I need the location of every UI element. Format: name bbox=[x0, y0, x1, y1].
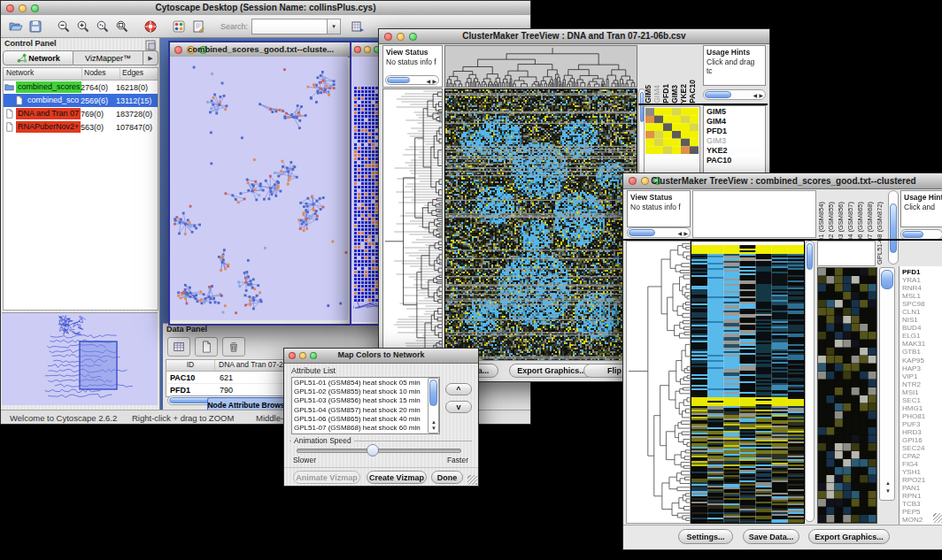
row-dendrogram-canvas[interactable] bbox=[382, 88, 443, 361]
row-dendrogram-canvas[interactable] bbox=[626, 241, 691, 524]
network-tree-row[interactable]: RNAPuberNov2+563(0)107847(0) bbox=[4, 120, 158, 134]
export-graphics-button[interactable]: Export Graphics... bbox=[808, 529, 890, 544]
create-vizmap-button[interactable]: Create Vizmap bbox=[367, 471, 427, 484]
new-attribute-icon[interactable] bbox=[195, 337, 218, 357]
attribute-list-item[interactable]: GPL51-02 (GSM855) heat shock 10 min bbox=[294, 387, 437, 396]
header-edges[interactable]: Edges bbox=[120, 68, 158, 80]
gene-label[interactable]: PHO81 bbox=[902, 412, 942, 420]
attribute-list-vscrollbar[interactable]: ▲▼ bbox=[428, 378, 439, 433]
summary-matrix-canvas[interactable] bbox=[645, 108, 699, 154]
gene-label[interactable]: ELG1 bbox=[902, 332, 942, 340]
labels-vscrollbar[interactable] bbox=[888, 190, 899, 265]
gene-label[interactable]: YSH1 bbox=[902, 468, 942, 476]
gene-label[interactable]: MAK31 bbox=[902, 340, 942, 348]
gene-label[interactable]: HAP3 bbox=[902, 364, 942, 372]
zoom-in-icon[interactable] bbox=[73, 18, 93, 35]
header-nodes[interactable]: Nodes bbox=[82, 68, 120, 80]
header-network[interactable]: Network bbox=[4, 68, 82, 80]
zoom-out-icon[interactable] bbox=[54, 18, 73, 35]
gene-label[interactable]: BUD4 bbox=[902, 324, 942, 332]
main-titlebar[interactable]: Cytoscape Desktop (Session Name: collins… bbox=[1, 1, 530, 16]
row-label[interactable]: PFD1 bbox=[706, 127, 762, 136]
gene-label[interactable]: TCB3 bbox=[902, 500, 942, 508]
gene-label[interactable]: NTR2 bbox=[902, 380, 942, 388]
gene-label[interactable]: KAP95 bbox=[902, 357, 942, 364]
header-id[interactable]: ID bbox=[166, 360, 215, 371]
search-input[interactable] bbox=[251, 19, 328, 35]
gene-label[interactable]: CPA2 bbox=[902, 452, 942, 460]
column-label[interactable]: GIM3 bbox=[670, 85, 679, 104]
close-button[interactable] bbox=[354, 46, 361, 53]
move-down-button[interactable]: v bbox=[445, 401, 472, 413]
heatmap-canvas[interactable] bbox=[691, 241, 805, 524]
resize-grip[interactable] bbox=[933, 513, 942, 523]
column-label[interactable]: YKE2 bbox=[679, 84, 688, 104]
gene-label[interactable]: SPC98 bbox=[902, 300, 942, 308]
network-tree-row[interactable]: combined_sco2569(6)13112(15) bbox=[4, 94, 158, 107]
attribute-table-icon[interactable] bbox=[167, 337, 190, 357]
settings-button[interactable]: Settings... bbox=[678, 529, 733, 544]
open-folder-icon[interactable] bbox=[6, 18, 26, 35]
animation-speed-slider-track[interactable] bbox=[297, 449, 461, 453]
attribute-list-item[interactable]: GPL51-04 (GSM857) heat shock 20 min bbox=[294, 406, 437, 415]
network-tree-row[interactable]: DNA and Tran 07769(0)183728(0) bbox=[4, 107, 158, 120]
heatmap-canvas[interactable] bbox=[444, 88, 637, 361]
column-dendrogram-canvas[interactable] bbox=[444, 45, 637, 88]
gene-label[interactable]: VIP1 bbox=[902, 372, 942, 380]
gene-label[interactable]: NIS1 bbox=[902, 316, 942, 324]
network-tree-row[interactable]: combined_scores2764(0)16218(0) bbox=[4, 81, 158, 94]
gene-label[interactable]: SEC24 bbox=[902, 444, 942, 452]
zoom-selected-icon[interactable] bbox=[93, 18, 112, 35]
column-label[interactable]: GIM5 bbox=[644, 85, 652, 104]
column-label[interactable]: PFD1 bbox=[661, 84, 670, 104]
gene-label[interactable]: CLN1 bbox=[902, 308, 942, 316]
network-view-canvas-1[interactable] bbox=[170, 57, 348, 320]
gene-label[interactable]: SEC1 bbox=[902, 396, 942, 404]
tab-network[interactable]: Network bbox=[3, 50, 73, 65]
column-label[interactable]: PAC10 bbox=[688, 80, 697, 104]
zoom-vscrollbar[interactable]: ▲▼ bbox=[879, 267, 895, 501]
gene-label[interactable]: MSL1 bbox=[902, 292, 942, 300]
done-button[interactable]: Done bbox=[431, 471, 463, 484]
row-label[interactable]: PAC10 bbox=[706, 156, 762, 165]
gene-label[interactable]: RPO21 bbox=[902, 476, 942, 484]
help-ring-icon[interactable] bbox=[141, 18, 160, 35]
row-label[interactable]: GIM5 bbox=[706, 107, 762, 117]
attribute-list-item[interactable]: GPL51-06 (GSM865) heat shock 40 min bbox=[294, 415, 437, 424]
gene-label[interactable]: RPN1 bbox=[902, 492, 942, 500]
save-data-button[interactable]: Save Data... bbox=[743, 529, 799, 544]
gene-label[interactable]: GPI16 bbox=[902, 436, 942, 444]
view-status-hscrollbar[interactable]: ◀▶ bbox=[627, 227, 691, 238]
import-table-icon[interactable] bbox=[348, 18, 367, 35]
gene-label[interactable]: GTB1 bbox=[902, 348, 942, 356]
attribute-list-item[interactable]: GPL51-07 (GSM868) heat shock 60 min bbox=[294, 424, 437, 433]
view-status-hscrollbar[interactable]: ◀▶ bbox=[385, 75, 439, 85]
tab-vizmapper[interactable]: VizMapper™ bbox=[73, 50, 143, 65]
gene-label[interactable]: PAN1 bbox=[902, 484, 942, 492]
row-label[interactable]: YKE2 bbox=[706, 146, 762, 156]
usage-hints-hscrollbar[interactable]: ◀▶ bbox=[703, 89, 766, 100]
column-label[interactable]: GPL51-08 (GSM872) bbox=[876, 202, 885, 265]
network-overview-minimap[interactable] bbox=[2, 312, 158, 405]
annotation-icon[interactable] bbox=[189, 18, 208, 35]
search-dropdown-button[interactable]: ▾ bbox=[328, 19, 341, 35]
tab-overflow-button[interactable]: ▶ bbox=[143, 50, 158, 65]
gene-label[interactable]: RNR4 bbox=[902, 284, 942, 292]
animation-speed-slider-thumb[interactable] bbox=[367, 444, 379, 456]
vizmapper-icon[interactable] bbox=[169, 18, 189, 35]
gene-label[interactable]: PFD1 bbox=[902, 268, 942, 276]
save-icon[interactable] bbox=[26, 18, 45, 35]
attribute-list-item[interactable]: GPL51-01 (GSM854) heat shock 05 min bbox=[294, 379, 437, 387]
row-label[interactable]: GIM4 bbox=[706, 117, 762, 127]
row-label[interactable]: GIM3 bbox=[706, 136, 762, 146]
gene-label[interactable]: FIG4 bbox=[902, 460, 942, 468]
heatmap-vscrollbar[interactable] bbox=[805, 241, 815, 522]
gene-label[interactable]: YRA1 bbox=[902, 276, 942, 284]
delete-attribute-icon[interactable] bbox=[222, 337, 245, 357]
gene-label[interactable]: MSI1 bbox=[902, 388, 942, 396]
resize-grip[interactable] bbox=[467, 475, 477, 485]
minimize-button[interactable] bbox=[364, 46, 371, 53]
zoom-heatmap-canvas[interactable] bbox=[817, 267, 877, 524]
zoom-fit-icon[interactable] bbox=[112, 18, 132, 35]
export-graphics-button[interactable]: Export Graphics... bbox=[509, 364, 594, 378]
